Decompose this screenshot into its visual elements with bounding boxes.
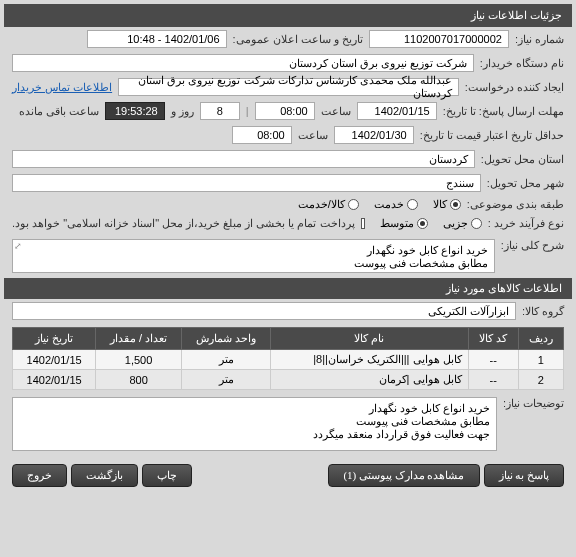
validity-date: 1402/01/30 [334, 126, 414, 144]
reply-days: 8 [200, 102, 240, 120]
city-label: شهر محل تحویل: [487, 177, 564, 190]
radio-label: خدمت [374, 198, 404, 211]
radio-label: کالا/خدمت [298, 198, 345, 211]
items-section-title: اطلاعات کالاهای مورد نیاز [4, 278, 572, 299]
separator: | [246, 105, 249, 117]
radio-icon [407, 199, 418, 210]
th-name: نام کالا [271, 328, 468, 350]
items-table: ردیف کد کالا نام کالا واحد شمارش تعداد /… [12, 327, 564, 390]
hour-label-1: ساعت [321, 105, 351, 118]
th-idx: ردیف [518, 328, 563, 350]
radio-label: جزیی [443, 217, 468, 230]
radio-kala[interactable]: کالا [433, 198, 461, 211]
validity-label: حداقل تاریخ اعتبار قیمت تا تاریخ: [420, 129, 564, 142]
respond-button[interactable]: پاسخ به نیاز [484, 464, 565, 487]
attachments-button[interactable]: مشاهده مدارک پیوستی (1) [328, 464, 479, 487]
radio-label: کالا [433, 198, 447, 211]
th-code: کد کالا [468, 328, 518, 350]
cell-unit: متر [181, 350, 270, 370]
subject-class-label: طبقه بندی موضوعی: [467, 198, 564, 211]
radio-kala-khedmat[interactable]: کالا/خدمت [298, 198, 359, 211]
cell-qty: 800 [96, 370, 182, 390]
city-value: سنندج [12, 174, 481, 192]
table-row: 1 -- کابل هوایی |||الکتریک خراسان||8| مت… [13, 350, 564, 370]
cell-date: 1402/01/15 [13, 350, 96, 370]
announce-value: 1402/01/06 - 10:48 [87, 30, 227, 48]
notes-label: توضیحات نیاز: [503, 397, 564, 410]
cell-idx: 1 [518, 350, 563, 370]
radio-icon [417, 218, 428, 229]
cell-name: کابل هوایی |||الکتریک خراسان||8| [271, 350, 468, 370]
resize-icon: ⤢ [14, 241, 22, 251]
radio-jozi[interactable]: جزیی [443, 217, 482, 230]
province-value: کردستان [12, 150, 475, 168]
radio-motavaset[interactable]: متوسط [380, 217, 428, 230]
desc-label: شرح کلی نیاز: [501, 239, 564, 252]
hour-label-2: ساعت [298, 129, 328, 142]
group-label: گروه کالا: [522, 305, 564, 318]
buyer-label: نام دستگاه خریدار: [480, 57, 564, 70]
th-unit: واحد شمارش [181, 328, 270, 350]
radio-icon [471, 218, 482, 229]
reply-hour: 08:00 [255, 102, 315, 120]
cell-unit: متر [181, 370, 270, 390]
process-radio-group: جزیی متوسط [380, 217, 482, 230]
footer-bar: پاسخ به نیاز مشاهده مدارک پیوستی (1) چاپ… [4, 458, 572, 493]
table-row: 2 -- کابل هوایی |کرمان متر 800 1402/01/1… [13, 370, 564, 390]
radio-icon [450, 199, 461, 210]
th-qty: تعداد / مقدار [96, 328, 182, 350]
cell-name: کابل هوایی |کرمان [271, 370, 468, 390]
validity-hour: 08:00 [232, 126, 292, 144]
announce-label: تاریخ و ساعت اعلان عمومی: [233, 33, 363, 46]
creator-value: عبدالله ملک محمدی کارشناس تدارکات شرکت ت… [118, 78, 459, 96]
desc-textarea[interactable]: خرید انواع کابل خود نگهدار مطابق مشخصات … [12, 239, 495, 273]
th-date: تاریخ نیاز [13, 328, 96, 350]
notes-textarea[interactable]: خرید انواع کابل خود نگهدار مطابق مشخصات … [12, 397, 497, 451]
cell-code: -- [468, 370, 518, 390]
reply-deadline-label: مهلت ارسال پاسخ: تا تاریخ: [443, 105, 564, 118]
cell-code: -- [468, 350, 518, 370]
exit-button[interactable]: خروج [12, 464, 67, 487]
process-label: نوع فرآیند خرید : [488, 217, 564, 230]
group-value: ابزارآلات الکتریکی [12, 302, 516, 320]
request-no-label: شماره نیاز: [515, 33, 564, 46]
contact-link[interactable]: اطلاعات تماس خریدار [12, 81, 112, 94]
province-label: استان محل تحویل: [481, 153, 564, 166]
payment-note: پرداخت تمام یا بخشی از مبلغ خرید،از محل … [12, 217, 355, 230]
back-button[interactable]: بازگشت [71, 464, 138, 487]
cell-qty: 1,500 [96, 350, 182, 370]
radio-label: متوسط [380, 217, 414, 230]
cell-date: 1402/01/15 [13, 370, 96, 390]
payment-checkbox[interactable] [361, 218, 365, 229]
buyer-value: شرکت توزیع نیروی برق استان کردستان [12, 54, 474, 72]
remaining-label: ساعت باقی مانده [19, 105, 99, 118]
print-button[interactable]: چاپ [142, 464, 192, 487]
creator-label: ایجاد کننده درخواست: [465, 81, 564, 94]
reply-remaining: 19:53:28 [105, 102, 165, 120]
reply-date: 1402/01/15 [357, 102, 437, 120]
page-header: جزئیات اطلاعات نیاز [4, 4, 572, 27]
request-no-value: 1102007017000002 [369, 30, 509, 48]
radio-khedmat[interactable]: خدمت [374, 198, 418, 211]
radio-icon [348, 199, 359, 210]
day-and-label: روز و [171, 105, 194, 118]
cell-idx: 2 [518, 370, 563, 390]
subject-radio-group: کالا خدمت کالا/خدمت [298, 198, 461, 211]
